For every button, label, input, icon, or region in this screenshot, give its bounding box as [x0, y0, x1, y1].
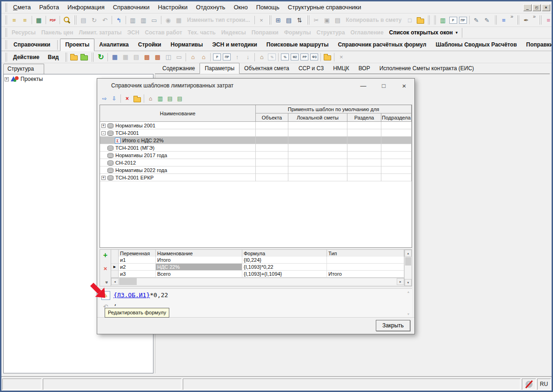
edit-template2-icon[interactable]: ✎ [482, 15, 492, 25]
menu-smeta[interactable]: Смета [9, 2, 35, 12]
tab-poiskovye-marshruty[interactable]: Поисковые маршруты [262, 39, 333, 51]
scroll-up-button[interactable]: ▲ [405, 250, 412, 257]
cell-subsection[interactable] [381, 166, 412, 174]
column-header-name[interactable]: Наименование [100, 105, 256, 122]
panel-indexes[interactable]: Индексы [219, 29, 249, 36]
cut-icon[interactable]: ✂ [312, 15, 321, 25]
pdf-icon[interactable]: PDF [48, 15, 58, 25]
methodics-book-icon[interactable]: ▥ [438, 15, 448, 25]
column-header-object[interactable]: Объекта [256, 113, 288, 122]
move-rows-icon[interactable]: ⇅ [295, 15, 305, 25]
cell-subsection[interactable] [381, 174, 412, 181]
panel-structure[interactable]: Структура [313, 29, 347, 36]
toolbar-overflow-1[interactable]: » [509, 13, 515, 19]
copy-to-estimate-button[interactable]: Копировать в смету [343, 17, 405, 23]
template-out-icon[interactable]: ⇨ [100, 94, 109, 103]
menu-spravochniki[interactable]: Справочники [109, 2, 154, 12]
cell-section[interactable] [347, 166, 381, 174]
publish-icon[interactable]: ◉ [163, 15, 173, 25]
house-settings-icon[interactable]: ⌂ [188, 53, 198, 62]
tree-row-name-cell[interactable]: + Нормативы 2001 [100, 122, 256, 129]
cell-formula[interactable]: {I,1093}*0,22 [242, 264, 327, 271]
film-chart2-icon[interactable]: ▩ [153, 53, 162, 62]
cell-name[interactable]: НДС 22% [156, 264, 242, 271]
cell-type[interactable]: Итого [327, 271, 404, 278]
close-dialog-button[interactable]: Закрыть [376, 320, 410, 331]
cell-formula[interactable]: {I0,224} [242, 257, 327, 264]
search-icon[interactable] [62, 15, 72, 25]
cell-local-estimate[interactable] [288, 129, 347, 137]
save-icon[interactable]: ▤ [79, 15, 88, 25]
tab-shablony-svodnyh-raschetov[interactable]: Шаблоны Сводных Расчётов [431, 39, 522, 51]
scroll-left-button[interactable]: ◄ [111, 278, 119, 285]
dialog-title-bar[interactable]: Справочник шаблонов лимитированных затра… [97, 79, 414, 93]
layout-icon[interactable]: ▦ [174, 15, 184, 25]
template-in-icon[interactable]: ⇩ [110, 94, 119, 103]
tab-stroyki[interactable]: Стройки [133, 39, 166, 51]
tab-esn-metodiki[interactable]: ЭСН и методики [207, 39, 262, 51]
expand-toggle[interactable]: + [101, 176, 106, 180]
expand-toggle[interactable]: + [101, 124, 106, 128]
edit-template-icon[interactable]: ✎ [472, 15, 481, 25]
add-variable-button[interactable]: + [103, 251, 107, 259]
refresh-data-icon[interactable]: ↻ [96, 53, 106, 62]
cell-subsection[interactable] [381, 122, 412, 129]
column-header-local-estimate[interactable]: Локальной сметы [288, 113, 347, 122]
doc-add-icon[interactable]: ▤ [284, 15, 294, 25]
tree-row[interactable]: + ТСН-2001 ЕРКР [100, 174, 412, 181]
object-estimate-icon[interactable]: ▦ [110, 53, 120, 62]
cell-section[interactable] [347, 137, 381, 144]
scrollbar-thumb[interactable] [405, 257, 411, 266]
tree-row[interactable]: - ТСН-2001 [100, 129, 412, 137]
cell-local-estimate[interactable] [288, 122, 347, 129]
delete-icon[interactable]: × [123, 94, 132, 103]
menu-informaciya[interactable]: Информация [63, 2, 109, 12]
delete-variable-button[interactable]: × [104, 265, 107, 272]
new-folder-icon[interactable] [133, 97, 141, 102]
expand-toggle[interactable]: + [5, 77, 9, 81]
tree-row-name-cell[interactable]: Итого с НДС 22% [100, 137, 256, 144]
cell-subsection[interactable] [381, 152, 412, 159]
unlock-icon[interactable]: ↰ [114, 15, 124, 25]
index-list-icon[interactable]: ≡ [499, 15, 509, 25]
tab-parametry[interactable]: Параметры [200, 63, 240, 74]
panel-corrections[interactable]: Поправки [249, 29, 281, 36]
normbase-icon[interactable]: ▥ [156, 94, 165, 103]
cell-local-estimate[interactable] [288, 174, 347, 181]
toolbar-overflow-2[interactable]: » [532, 13, 537, 19]
undo-icon[interactable]: ↶ [100, 15, 110, 25]
minimize-button[interactable]: _ [523, 4, 532, 11]
excel-icon[interactable]: ▦ [34, 15, 44, 25]
cell-variable[interactable]: и1 [119, 257, 156, 264]
tree-row-name-cell[interactable]: + ТСН-2001 ЕРКР [100, 174, 256, 181]
comment-settings-icon[interactable]: ▭ [149, 15, 159, 25]
tree-row[interactable]: + Нормативы 2001 [100, 122, 412, 129]
scroll-down-icon[interactable]: ▼ [407, 312, 410, 316]
scrollbar-thumb[interactable] [119, 278, 137, 285]
panel-limited-costs[interactable]: Лимит. затраты [76, 29, 125, 36]
print-icon[interactable]: ▭ [174, 53, 184, 62]
copy-icon[interactable]: ▣ [322, 15, 332, 25]
p-mode-icon[interactable]: Р [213, 53, 221, 60]
tree-row[interactable]: Нормативы 2017 года [100, 152, 412, 159]
move-down-icon[interactable]: ↓ [243, 53, 253, 62]
tree-row-name-cell[interactable]: ТСН-2001 (МГЭ) [100, 144, 256, 152]
cell-local-estimate[interactable] [288, 166, 347, 174]
scroll-up-icon[interactable]: ▲ [407, 290, 410, 293]
menu-nastroyki[interactable]: Настройки [153, 2, 192, 12]
tab-ssr-i-sz[interactable]: ССР и СЗ [294, 63, 329, 73]
panel-resources[interactable]: Ресурсы [9, 29, 39, 36]
tree-export-icon[interactable]: ≡ [9, 15, 19, 25]
copy-fragment-icon[interactable]: □ [405, 15, 415, 25]
tools-icon[interactable]: ✒ [521, 15, 531, 25]
scroll-down-button[interactable]: ▼ [405, 279, 412, 286]
tab-vor[interactable]: ВОР [354, 63, 375, 73]
m2-icon[interactable]: М2 [291, 53, 299, 60]
formula-reference-link[interactable]: {ЛЗ.ОБ.И1} [113, 292, 150, 299]
tab-popravki[interactable]: Поправки [521, 39, 553, 51]
tab-structura[interactable]: Структура [3, 64, 44, 74]
scrollbar-track[interactable] [405, 266, 412, 279]
tab-spravochnik-raschetnyh-formul[interactable]: Справочник расчётных формул [333, 39, 431, 51]
cell-object[interactable] [256, 122, 288, 129]
document2-icon[interactable]: ▤ [175, 94, 184, 103]
